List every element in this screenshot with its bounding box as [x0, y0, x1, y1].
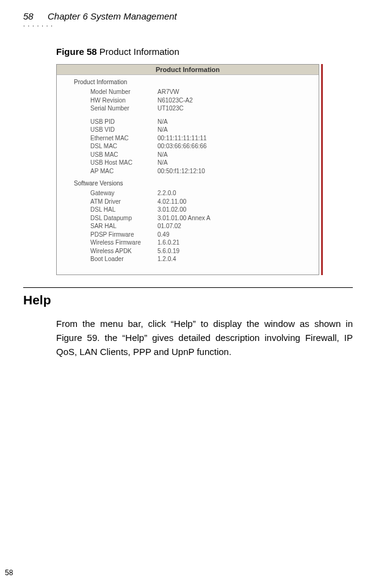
- kv-key: DSL HAL: [90, 206, 157, 214]
- screenshot-kv-row: Model NumberAR7VW: [90, 88, 319, 96]
- kv-value: N/A: [157, 151, 168, 159]
- screenshot-kv-row: DSL MAC00:03:66:66:66:66: [90, 142, 319, 151]
- kv-value: 00:50:f1:12:12:10: [157, 167, 205, 176]
- page-number-bottom: 58: [5, 568, 13, 577]
- figure-screenshot: Product Information Product InformationM…: [56, 64, 319, 275]
- screenshot-kv-row: AP MAC00:50:f1:12:12:10: [90, 167, 319, 176]
- kv-key: Wireless Firmware: [90, 238, 157, 247]
- kv-value: N61023C-A2: [157, 96, 193, 105]
- kv-value: 00:11:11:11:11:11: [157, 134, 207, 143]
- kv-key: Serial Number: [90, 104, 157, 113]
- screenshot-kv-row: Ethernet MAC00:11:11:11:11:11: [90, 134, 319, 143]
- screenshot-kv-block: USB PIDN/AUSB VIDN/AEthernet MAC00:11:11…: [90, 118, 319, 176]
- header-dots: · · · · · · ·: [23, 23, 353, 29]
- figure-label: Figure 58: [56, 46, 97, 57]
- kv-value: 01.07.02: [157, 222, 181, 231]
- kv-value: 1.2.0.4: [157, 255, 176, 264]
- figure-caption: Figure 58 Product Information: [56, 46, 353, 57]
- kv-value: 3.01.01.00 Annex A: [157, 214, 211, 223]
- kv-key: HW Revision: [90, 96, 157, 105]
- kv-value: 00:03:66:66:66:66: [157, 142, 207, 151]
- screenshot-kv-block: Model NumberAR7VWHW RevisionN61023C-A2Se…: [90, 88, 319, 113]
- kv-key: USB MAC: [90, 151, 157, 159]
- screenshot-title: Product Information: [57, 65, 319, 75]
- kv-value: 4.02.11.00: [157, 198, 186, 206]
- kv-key: Model Number: [90, 88, 157, 96]
- screenshot-kv-row: USB Host MACN/A: [90, 159, 319, 167]
- screenshot-kv-row: Wireless APDK5.6.0.19: [90, 247, 319, 256]
- screenshot-kv-row: ATM Driver4.02.11.00: [90, 198, 319, 206]
- kv-value: 3.01.02.00: [157, 206, 186, 214]
- section-heading-help: Help: [23, 293, 353, 307]
- kv-key: DSL Datapump: [90, 214, 157, 223]
- kv-key: SAR HAL: [90, 222, 157, 231]
- page-number-top: 58: [23, 11, 48, 21]
- kv-value: UT1023C: [157, 104, 184, 113]
- screenshot-section-title: Product Information: [74, 79, 319, 85]
- figure-screenshot-wrap: Product Information Product InformationM…: [56, 64, 323, 275]
- screenshot-kv-row: Serial NumberUT1023C: [90, 104, 319, 113]
- screenshot-kv-row: HW RevisionN61023C-A2: [90, 96, 319, 105]
- kv-value: AR7VW: [157, 88, 179, 96]
- screenshot-kv-row: SAR HAL01.07.02: [90, 222, 319, 231]
- screenshot-kv-row: Boot Loader1.2.0.4: [90, 255, 319, 264]
- kv-value: 0.49: [157, 231, 169, 239]
- screenshot-kv-row: DSL Datapump3.01.01.00 Annex A: [90, 214, 319, 223]
- screenshot-kv-block: Gateway2.2.0.0ATM Driver4.02.11.00DSL HA…: [90, 189, 319, 264]
- kv-value: N/A: [157, 126, 168, 134]
- screenshot-section-title: Software Versions: [74, 180, 319, 187]
- kv-key: AP MAC: [90, 167, 157, 176]
- kv-key: Wireless APDK: [90, 247, 157, 256]
- screenshot-kv-row: USB PIDN/A: [90, 118, 319, 126]
- kv-value: 1.6.0.21: [157, 238, 179, 247]
- screenshot-kv-row: USB VIDN/A: [90, 126, 319, 134]
- section-separator: [23, 287, 353, 288]
- kv-key: PDSP Firmware: [90, 231, 157, 239]
- kv-value: N/A: [157, 159, 168, 167]
- screenshot-kv-row: Gateway2.2.0.0: [90, 189, 319, 198]
- kv-key: USB VID: [90, 126, 157, 134]
- kv-key: USB Host MAC: [90, 159, 157, 167]
- figure-caption-text: Product Information: [99, 46, 179, 57]
- kv-key: Boot Loader: [90, 255, 157, 264]
- kv-value: 5.6.0.19: [157, 247, 179, 256]
- body-paragraph: From the menu bar, click “Help” to displ…: [56, 317, 353, 359]
- kv-key: USB PID: [90, 118, 157, 126]
- kv-key: Gateway: [90, 189, 157, 198]
- screenshot-kv-row: DSL HAL3.01.02.00: [90, 206, 319, 214]
- kv-key: Ethernet MAC: [90, 134, 157, 143]
- kv-key: ATM Driver: [90, 198, 157, 206]
- kv-key: DSL MAC: [90, 142, 157, 151]
- kv-value: 2.2.0.0: [157, 189, 176, 198]
- screenshot-kv-row: Wireless Firmware1.6.0.21: [90, 238, 319, 247]
- screenshot-kv-row: USB MACN/A: [90, 151, 319, 159]
- chapter-title: Chapter 6 System Management: [48, 11, 177, 21]
- kv-value: N/A: [157, 118, 168, 126]
- screenshot-kv-row: PDSP Firmware0.49: [90, 231, 319, 239]
